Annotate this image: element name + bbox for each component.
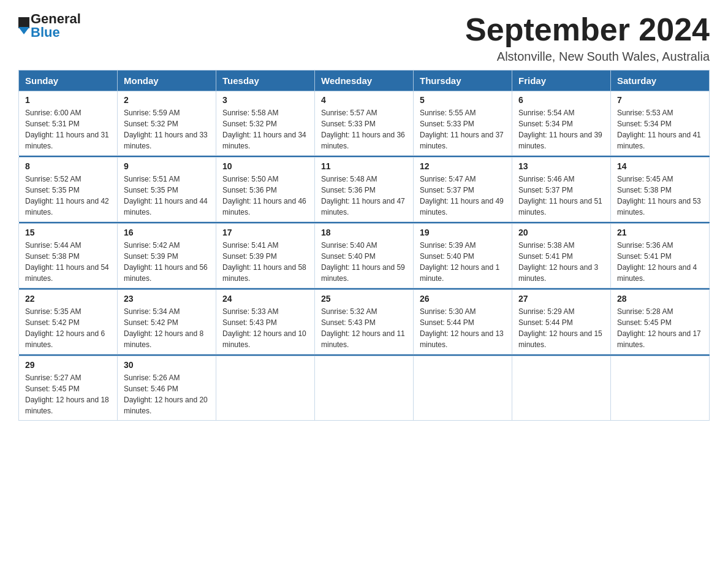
day-number: 10 [222,161,308,171]
calendar-cell: 11 Sunrise: 5:48 AMSunset: 5:36 PMDaylig… [315,158,414,222]
calendar-cell: 9 Sunrise: 5:51 AMSunset: 5:35 PMDayligh… [118,158,216,222]
day-info: Sunrise: 5:41 AMSunset: 5:39 PMDaylight:… [222,241,306,283]
calendar-cell: 29 Sunrise: 5:27 AMSunset: 5:45 PMDaylig… [19,356,118,421]
logo-line1: General [31,12,81,26]
day-number: 26 [420,294,506,304]
day-number: 16 [124,228,210,237]
day-info: Sunrise: 5:40 AMSunset: 5:40 PMDaylight:… [321,241,405,283]
day-info: Sunrise: 5:42 AMSunset: 5:39 PMDaylight:… [124,241,208,283]
day-number: 4 [321,95,407,105]
day-info: Sunrise: 5:35 AMSunset: 5:42 PMDaylight:… [25,307,105,349]
calendar-cell [315,356,414,421]
day-number: 13 [518,161,604,171]
day-info: Sunrise: 5:47 AMSunset: 5:37 PMDaylight:… [420,175,504,216]
day-info: Sunrise: 5:44 AMSunset: 5:38 PMDaylight:… [25,241,109,283]
calendar-cell [611,356,710,421]
day-number: 2 [124,95,210,105]
day-number: 27 [518,294,604,304]
calendar-table: Sunday Monday Tuesday Wednesday Thursday… [18,70,710,421]
day-number: 29 [25,360,111,370]
calendar-cell [216,356,315,421]
day-info: Sunrise: 5:29 AMSunset: 5:44 PMDaylight:… [518,307,602,349]
day-number: 20 [518,228,604,237]
header-row: Sunday Monday Tuesday Wednesday Thursday… [19,71,710,91]
day-number: 14 [617,161,703,171]
calendar-cell: 27 Sunrise: 5:29 AMSunset: 5:44 PMDaylig… [512,290,611,354]
page-header: General Blue September 2024 Alstonville,… [18,12,710,64]
day-info: Sunrise: 5:34 AMSunset: 5:42 PMDaylight:… [124,307,203,349]
col-saturday: Saturday [611,71,710,91]
day-number: 3 [222,95,308,105]
calendar-cell: 5 Sunrise: 5:55 AMSunset: 5:33 PMDayligh… [414,91,512,156]
day-number: 18 [321,228,407,237]
calendar-cell: 13 Sunrise: 5:46 AMSunset: 5:37 PMDaylig… [512,158,611,222]
day-info: Sunrise: 5:38 AMSunset: 5:41 PMDaylight:… [518,241,598,283]
day-info: Sunrise: 5:27 AMSunset: 5:45 PMDaylight:… [25,373,109,415]
logo-line2: Blue [31,26,81,39]
day-info: Sunrise: 5:26 AMSunset: 5:46 PMDaylight:… [124,373,208,415]
title-area: September 2024 Alstonville, New South Wa… [465,12,710,64]
calendar-cell [512,356,611,421]
day-info: Sunrise: 5:45 AMSunset: 5:38 PMDaylight:… [617,175,701,216]
calendar-cell: 25 Sunrise: 5:32 AMSunset: 5:43 PMDaylig… [315,290,414,354]
calendar-week-3: 15 Sunrise: 5:44 AMSunset: 5:38 PMDaylig… [19,224,710,288]
day-number: 15 [25,228,111,237]
location-title: Alstonville, New South Wales, Australia [465,50,710,64]
calendar-cell: 18 Sunrise: 5:40 AMSunset: 5:40 PMDaylig… [315,224,414,288]
day-number: 19 [420,228,506,237]
col-monday: Monday [118,71,216,91]
col-sunday: Sunday [19,71,118,91]
calendar-cell: 7 Sunrise: 5:53 AMSunset: 5:34 PMDayligh… [611,91,710,156]
day-info: Sunrise: 6:00 AMSunset: 5:31 PMDaylight:… [25,109,109,150]
day-number: 21 [617,228,703,237]
day-info: Sunrise: 5:48 AMSunset: 5:36 PMDaylight:… [321,175,405,216]
calendar-cell: 8 Sunrise: 5:52 AMSunset: 5:35 PMDayligh… [19,158,118,222]
calendar-cell: 4 Sunrise: 5:57 AMSunset: 5:33 PMDayligh… [315,91,414,156]
day-info: Sunrise: 5:58 AMSunset: 5:32 PMDaylight:… [222,109,306,150]
day-number: 6 [518,95,604,105]
calendar-cell: 30 Sunrise: 5:26 AMSunset: 5:46 PMDaylig… [118,356,216,421]
month-title: September 2024 [465,12,710,47]
calendar-cell: 17 Sunrise: 5:41 AMSunset: 5:39 PMDaylig… [216,224,315,288]
calendar-cell: 20 Sunrise: 5:38 AMSunset: 5:41 PMDaylig… [512,224,611,288]
day-number: 24 [222,294,308,304]
day-info: Sunrise: 5:55 AMSunset: 5:33 PMDaylight:… [420,109,504,150]
calendar-cell: 21 Sunrise: 5:36 AMSunset: 5:41 PMDaylig… [611,224,710,288]
day-number: 5 [420,95,506,105]
day-number: 11 [321,161,407,171]
day-number: 25 [321,294,407,304]
day-number: 12 [420,161,506,171]
day-info: Sunrise: 5:57 AMSunset: 5:33 PMDaylight:… [321,109,405,150]
logo: General Blue [18,12,81,39]
day-info: Sunrise: 5:59 AMSunset: 5:32 PMDaylight:… [124,109,208,150]
day-number: 23 [124,294,210,304]
calendar-cell: 6 Sunrise: 5:54 AMSunset: 5:34 PMDayligh… [512,91,611,156]
day-number: 8 [25,161,111,171]
calendar-cell [414,356,512,421]
day-info: Sunrise: 5:46 AMSunset: 5:37 PMDaylight:… [518,175,602,216]
calendar-cell: 28 Sunrise: 5:28 AMSunset: 5:45 PMDaylig… [611,290,710,354]
day-info: Sunrise: 5:32 AMSunset: 5:43 PMDaylight:… [321,307,405,349]
day-info: Sunrise: 5:50 AMSunset: 5:36 PMDaylight:… [222,175,306,216]
day-info: Sunrise: 5:51 AMSunset: 5:35 PMDaylight:… [124,175,208,216]
calendar-cell: 24 Sunrise: 5:33 AMSunset: 5:43 PMDaylig… [216,290,315,354]
col-thursday: Thursday [414,71,512,91]
day-number: 9 [124,161,210,171]
day-info: Sunrise: 5:52 AMSunset: 5:35 PMDaylight:… [25,175,109,216]
calendar-cell: 19 Sunrise: 5:39 AMSunset: 5:40 PMDaylig… [414,224,512,288]
calendar-cell: 12 Sunrise: 5:47 AMSunset: 5:37 PMDaylig… [414,158,512,222]
day-info: Sunrise: 5:39 AMSunset: 5:40 PMDaylight:… [420,241,499,283]
calendar-cell: 15 Sunrise: 5:44 AMSunset: 5:38 PMDaylig… [19,224,118,288]
calendar-cell: 16 Sunrise: 5:42 AMSunset: 5:39 PMDaylig… [118,224,216,288]
day-info: Sunrise: 5:30 AMSunset: 5:44 PMDaylight:… [420,307,504,349]
col-friday: Friday [512,71,611,91]
calendar-cell: 10 Sunrise: 5:50 AMSunset: 5:36 PMDaylig… [216,158,315,222]
calendar-cell: 26 Sunrise: 5:30 AMSunset: 5:44 PMDaylig… [414,290,512,354]
day-info: Sunrise: 5:53 AMSunset: 5:34 PMDaylight:… [617,109,701,150]
calendar-week-4: 22 Sunrise: 5:35 AMSunset: 5:42 PMDaylig… [19,290,710,354]
day-info: Sunrise: 5:28 AMSunset: 5:45 PMDaylight:… [617,307,701,349]
logo-icon [18,17,29,34]
day-number: 22 [25,294,111,304]
col-wednesday: Wednesday [315,71,414,91]
day-number: 1 [25,95,111,105]
